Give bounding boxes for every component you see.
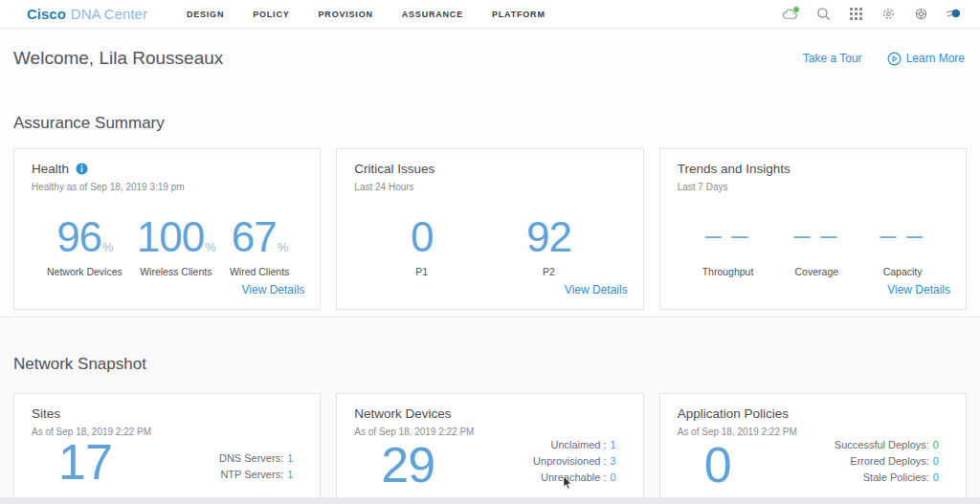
stat-throughput: — — Throughput: [702, 215, 754, 277]
stat-capacity: — — Capacity: [880, 215, 925, 277]
unreachable-row: Unreachable :0: [533, 470, 616, 486]
dns-servers-row: DNS Servers:1: [219, 450, 293, 467]
network-devices-title: Network Devices: [354, 406, 451, 421]
health-stats: 96% Network Devices 100% Wireless Client…: [32, 215, 304, 277]
nav-design[interactable]: DESIGN: [172, 10, 238, 19]
application-policies-card: Application Policies As of Sep 18, 2019 …: [659, 393, 967, 498]
app-header: Cisco DNA Center DESIGN POLICY PROVISION…: [0, 0, 980, 29]
cloud-status-ok-dot: [792, 6, 800, 13]
assurance-cards-row: Health Healthy as of Sep 18, 2019 3:19 p…: [13, 148, 967, 310]
cloud-status-icon[interactable]: [783, 7, 798, 22]
health-card: Health Healthy as of Sep 18, 2019 3:19 p…: [13, 148, 321, 310]
successful-deploys-row: Successful Deploys:0: [835, 437, 939, 453]
notifications-icon[interactable]: [946, 7, 961, 22]
sites-count: 17: [58, 440, 112, 486]
sites-card: Sites As of Sep 18, 2019 2:22 PM 17 DNS …: [13, 393, 321, 498]
network-devices-subtitle: As of Sep 18, 2019 2:22 PM: [354, 427, 627, 437]
learn-more-link[interactable]: Learn More: [887, 52, 965, 66]
stat-wireless-clients: 100% Wireless Clients: [137, 215, 215, 277]
brand-cisco: Cisco: [27, 6, 66, 22]
take-a-tour-label: Take a Tour: [803, 52, 862, 65]
network-snapshot-heading: Network Snapshot: [13, 355, 146, 374]
ntp-servers-row: NTP Servers:1: [219, 467, 293, 483]
learn-more-label: Learn More: [906, 52, 965, 65]
take-a-tour-link[interactable]: Take a Tour: [803, 52, 862, 65]
sites-details: DNS Servers:1 NTP Servers:1: [219, 450, 304, 486]
critical-issues-title: Critical Issues: [354, 162, 434, 176]
unprovisioned-row: Unprovisioned :3: [533, 453, 616, 470]
header-icon-bar: [783, 7, 961, 22]
page-title: Welcome, Lila Rousseaux: [13, 48, 223, 69]
assurance-summary-heading: Assurance Summary: [13, 114, 165, 133]
welcome-links: Take a Tour Learn More: [803, 52, 965, 66]
application-policies-details: Successful Deploys:0 Errored Deploys:0 S…: [835, 437, 950, 489]
critical-issues-subtitle: Last 24 Hours: [354, 182, 627, 192]
stat-p2: 92 P2: [526, 215, 571, 277]
critical-issues-card: Critical Issues Last 24 Hours 0 P1 92 P2…: [336, 148, 643, 310]
stat-wired-clients: 67% Wired Clients: [230, 215, 289, 277]
brand-dna-center: DNA Center: [71, 6, 147, 22]
trends-insights-title: Trends and Insights: [678, 162, 791, 176]
sites-title: Sites: [32, 406, 60, 421]
info-icon[interactable]: [76, 163, 88, 175]
application-policies-subtitle: As of Sep 18, 2019 2:22 PM: [678, 427, 950, 437]
network-devices-count: 29: [381, 443, 434, 489]
settings-gear-icon[interactable]: [880, 7, 896, 22]
nav-policy[interactable]: POLICY: [238, 10, 303, 19]
trends-insights-card: Trends and Insights Last 7 Days — — Thro…: [659, 148, 967, 310]
nav-provision[interactable]: PROVISION: [304, 10, 388, 19]
health-card-title: Health: [32, 162, 69, 176]
stat-coverage: — — Coverage: [793, 215, 839, 277]
main-nav: DESIGN POLICY PROVISION ASSURANCE PLATFO…: [172, 10, 560, 19]
critical-issues-stats: 0 P1 92 P2: [354, 215, 627, 277]
critical-issues-view-details-link[interactable]: View Details: [565, 283, 628, 299]
application-policies-count: 0: [704, 443, 731, 489]
unclaimed-row: Unclaimed :1: [533, 437, 616, 453]
network-devices-details: Unclaimed :1 Unprovisioned :3 Unreachabl…: [533, 437, 628, 489]
network-devices-card: Network Devices As of Sep 18, 2019 2:22 …: [336, 393, 643, 498]
bottom-edge-strip: [0, 497, 980, 504]
search-icon[interactable]: [815, 7, 831, 22]
stat-network-devices: 96% Network Devices: [47, 215, 122, 277]
health-view-details-link[interactable]: View Details: [242, 283, 305, 299]
snapshot-cards-row: Sites As of Sep 18, 2019 2:22 PM 17 DNS …: [13, 393, 967, 498]
cisco-dna-center-logo[interactable]: Cisco DNA Center: [27, 6, 147, 22]
application-policies-title: Application Policies: [678, 406, 789, 421]
help-icon[interactable]: [913, 7, 928, 22]
trends-insights-subtitle: Last 7 Days: [678, 182, 950, 192]
trends-stats: — — Throughput — — Coverage — — Capacity: [678, 215, 950, 277]
stale-policies-row: Stale Policies:0: [835, 470, 939, 486]
nav-platform[interactable]: PLATFORM: [478, 10, 560, 19]
welcome-row: Welcome, Lila Rousseaux Take a Tour Lear…: [13, 43, 965, 74]
stat-p1: 0 P1: [411, 215, 433, 277]
health-card-subtitle: Healthy as of Sep 18, 2019 3:19 pm: [32, 182, 304, 192]
trends-view-details-link[interactable]: View Details: [887, 283, 950, 299]
dna-center-dashboard: Cisco DNA Center DESIGN POLICY PROVISION…: [0, 0, 980, 504]
apps-grid-icon[interactable]: [848, 7, 863, 22]
play-icon: [887, 52, 902, 66]
nav-assurance[interactable]: ASSURANCE: [388, 10, 478, 19]
errored-deploys-row: Errored Deploys:0: [835, 453, 939, 470]
